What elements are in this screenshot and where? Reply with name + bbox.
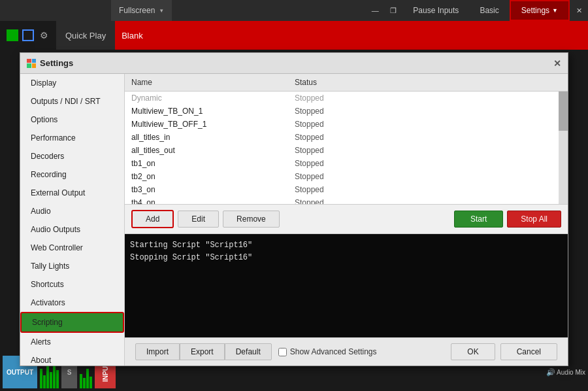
settings-dialog: Settings ✕ Display Outputs / NDI / SRT O…: [20, 52, 568, 366]
settings-grid-icon: [27, 59, 36, 68]
sidebar-item-audio[interactable]: Audio: [20, 202, 124, 220]
dialog-close-button[interactable]: ✕: [553, 58, 561, 69]
top-bar: Fullscreen ▼ — ❐ Pause Inputs Basic Sett…: [0, 0, 588, 21]
sidebar-item-external-output[interactable]: External Output: [20, 184, 124, 202]
top-bar-right: Pause Inputs Basic Settings ▼ ✕: [402, 0, 588, 21]
advanced-settings-checkbox[interactable]: Show Advanced Settings: [278, 347, 377, 356]
script-name: tb2_on: [125, 171, 288, 182]
quick-play-label: Quick Play: [65, 31, 106, 41]
minimize-button[interactable]: —: [366, 0, 384, 21]
advanced-settings-label: Show Advanced Settings: [290, 347, 377, 356]
meter-bar: [56, 370, 59, 388]
script-name: all_titles_out: [125, 145, 288, 156]
gear-icon: ⚙: [38, 29, 50, 41]
blue-icon: [22, 29, 34, 41]
list-item[interactable]: Multiview_TB_ON_1 Stopped: [125, 105, 568, 118]
fullscreen-label: Fullscreen: [119, 6, 155, 15]
ok-button[interactable]: OK: [451, 343, 495, 360]
basic-label: Basic: [480, 6, 498, 15]
window-controls: — ❐: [366, 0, 402, 21]
close-button[interactable]: ✕: [570, 0, 588, 21]
settings-button[interactable]: Settings ▼: [510, 0, 570, 21]
script-name: tb4_on: [125, 197, 288, 204]
sidebar-item-alerts[interactable]: Alerts: [20, 333, 124, 351]
export-button[interactable]: Export: [180, 343, 225, 360]
icons-area: ⚙: [0, 29, 56, 41]
cancel-button[interactable]: Cancel: [500, 343, 557, 360]
sidebar-item-about[interactable]: About: [20, 351, 124, 366]
meter-bar: [90, 377, 92, 388]
quick-play-button[interactable]: Quick Play: [56, 21, 115, 50]
sidebar-item-scripting[interactable]: Scripting: [20, 312, 124, 333]
script-status: Stopped: [288, 106, 568, 116]
blank-area: Blank: [115, 21, 588, 50]
blank-label: Blank: [122, 31, 143, 41]
s-label: S: [67, 369, 72, 376]
list-item[interactable]: Multiview_TB_OFF_1 Stopped: [125, 118, 568, 131]
sidebar-item-activators[interactable]: Activators: [20, 294, 124, 312]
sidebar-item-performance[interactable]: Performance: [20, 129, 124, 147]
stop-all-button[interactable]: Stop All: [507, 211, 561, 228]
settings-label: Settings: [521, 6, 549, 15]
meter-bar: [86, 369, 89, 388]
sidebar: Display Outputs / NDI / SRT Options Perf…: [20, 74, 125, 366]
sidebar-item-options[interactable]: Options: [20, 110, 124, 129]
meter-bar: [50, 372, 52, 388]
list-item[interactable]: tb1_on Stopped: [125, 157, 568, 170]
status-column-header: Status: [288, 76, 568, 88]
script-status: Stopped: [288, 197, 568, 204]
script-list[interactable]: Dynamic Stopped Multiview_TB_ON_1 Stoppe…: [125, 92, 568, 204]
list-item[interactable]: tb4_on Stopped: [125, 196, 568, 204]
output-label: OUTPUT: [7, 369, 33, 376]
script-status: Stopped: [288, 119, 568, 129]
fullscreen-button[interactable]: Fullscreen ▼: [111, 0, 172, 21]
meter-bar: [53, 362, 56, 388]
meter-bar: [83, 378, 86, 388]
list-item[interactable]: Dynamic Stopped: [125, 92, 568, 105]
settings-arrow: ▼: [552, 7, 558, 14]
basic-button[interactable]: Basic: [469, 0, 509, 21]
list-item[interactable]: tb3_on Stopped: [125, 183, 568, 196]
list-scrollbar[interactable]: [559, 92, 568, 204]
meter-bar: [80, 374, 82, 388]
action-buttons: Add Edit Remove Start Stop All: [125, 205, 568, 234]
audio-icon: 🔊: [546, 368, 555, 377]
list-scrollbar-thumb[interactable]: [559, 92, 568, 131]
dialog-body: Display Outputs / NDI / SRT Options Perf…: [20, 74, 568, 366]
script-list-area: Name Status Dynamic Stopped Multiview_TB…: [125, 74, 568, 205]
meter-bar: [43, 375, 46, 388]
console-area: Starting Script "Script16" Stopping Scri…: [125, 234, 568, 337]
start-button[interactable]: Start: [454, 211, 503, 228]
script-name: all_titles_in: [125, 132, 288, 143]
list-item[interactable]: all_titles_in Stopped: [125, 131, 568, 144]
list-item[interactable]: all_titles_out Stopped: [125, 144, 568, 157]
script-name: Multiview_TB_OFF_1: [125, 119, 288, 129]
sidebar-item-web-controller[interactable]: Web Controller: [20, 239, 124, 257]
pause-inputs-button[interactable]: Pause Inputs: [402, 0, 469, 21]
maximize-button[interactable]: ❐: [384, 0, 402, 21]
list-item[interactable]: tb2_on Stopped: [125, 170, 568, 183]
sidebar-item-decoders[interactable]: Decoders: [20, 147, 124, 165]
dialog-title: Settings: [27, 58, 73, 68]
sidebar-item-shortcuts[interactable]: Shortcuts: [20, 275, 124, 294]
console-line-1: Starting Script "Script16": [130, 239, 563, 252]
advanced-settings-input[interactable]: [278, 348, 287, 356]
add-button[interactable]: Add: [131, 210, 174, 228]
second-row: ⚙ Quick Play Blank: [0, 21, 588, 50]
sidebar-item-display[interactable]: Display: [20, 74, 124, 92]
sidebar-item-outputs[interactable]: Outputs / NDI / SRT: [20, 92, 124, 110]
audio-mix-label: Audio Mix: [557, 369, 585, 376]
dialog-title-text: Settings: [40, 58, 73, 68]
script-name: tb1_on: [125, 158, 288, 169]
dialog-title-bar: Settings ✕: [20, 53, 568, 74]
sidebar-item-audio-outputs[interactable]: Audio Outputs: [20, 220, 124, 239]
fullscreen-arrow: ▼: [159, 8, 164, 14]
edit-button[interactable]: Edit: [178, 211, 219, 228]
sidebar-item-recording[interactable]: Recording: [20, 165, 124, 184]
default-button[interactable]: Default: [225, 343, 272, 360]
import-button[interactable]: Import: [135, 343, 180, 360]
remove-button[interactable]: Remove: [223, 211, 280, 228]
dialog-footer: Import Export Default Show Advanced Sett…: [125, 337, 568, 366]
sidebar-item-tally-lights[interactable]: Tally Lights: [20, 257, 124, 275]
green-icon: [7, 29, 18, 41]
